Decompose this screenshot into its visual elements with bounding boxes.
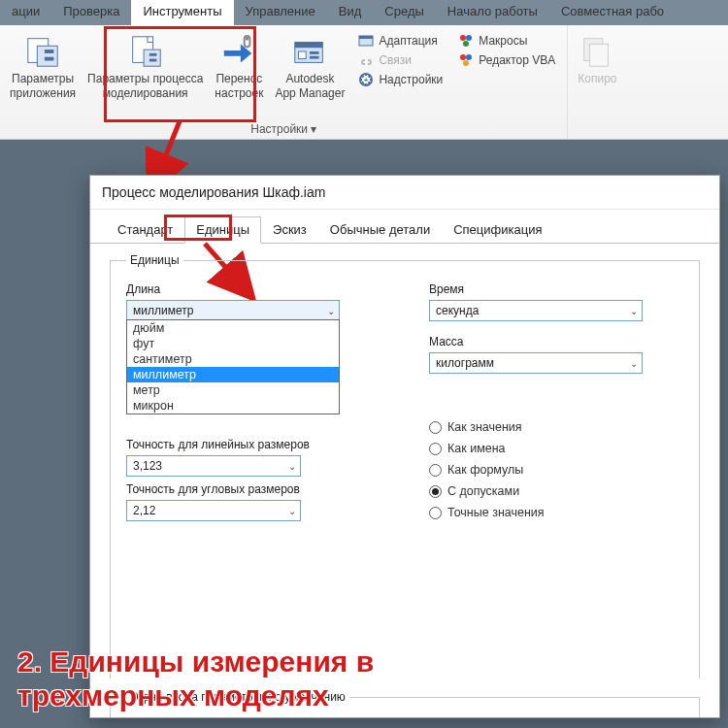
macros-button[interactable]: Макросы bbox=[452, 31, 561, 50]
radio-label: Как значения bbox=[447, 420, 522, 434]
chevron-down-icon: ⌄ bbox=[630, 306, 638, 316]
app-params-button[interactable]: Параметры приложения bbox=[4, 29, 82, 105]
chevron-down-icon: ⌄ bbox=[630, 358, 638, 369]
svg-rect-14 bbox=[299, 51, 307, 59]
vba-icon bbox=[458, 52, 474, 68]
adapt-button[interactable]: Адаптация bbox=[352, 31, 448, 50]
addins-label: Надстройки bbox=[379, 73, 443, 86]
group-label-text: Настройки bbox=[250, 122, 308, 136]
svg-point-22 bbox=[466, 35, 472, 41]
svg-point-11 bbox=[246, 37, 249, 41]
radio-icon bbox=[429, 507, 442, 519]
migrate-l1: Перенос bbox=[215, 72, 262, 86]
svg-rect-7 bbox=[149, 59, 157, 62]
svg-point-23 bbox=[463, 41, 469, 47]
process-params-l1: Параметры процесса bbox=[87, 72, 203, 86]
dlg-tab-spec[interactable]: Спецификация bbox=[442, 216, 553, 244]
chevron-down-icon: ⌄ bbox=[288, 461, 296, 472]
dlg-tab-standard[interactable]: Стандарт bbox=[106, 216, 184, 244]
tab-collab[interactable]: Совместная рабо bbox=[549, 0, 676, 25]
macros-icon bbox=[458, 33, 474, 49]
menu-tabs: ации Проверка Инструменты Управление Вид… bbox=[0, 0, 728, 25]
length-option[interactable]: миллиметр bbox=[127, 367, 339, 382]
radio-label: С допусками bbox=[447, 484, 519, 498]
svg-point-25 bbox=[466, 54, 472, 60]
process-params-button[interactable]: Параметры процесса моделирования bbox=[82, 29, 209, 105]
lin-prec-combo[interactable]: 3,123 ⌄ bbox=[126, 455, 301, 477]
migrate-button[interactable]: Перенос настроек bbox=[209, 29, 269, 105]
tab-start[interactable]: Начало работы bbox=[436, 0, 549, 25]
links-button[interactable]: Связи bbox=[352, 50, 448, 70]
lin-prec-label: Точность для линейных размеров bbox=[126, 438, 381, 451]
ribbon: Параметры приложения Параметры процесса … bbox=[0, 25, 728, 140]
dialog-title: Процесс моделирования Шкаф.iam bbox=[90, 176, 719, 210]
radio-icon bbox=[429, 464, 442, 477]
tab-cut[interactable]: ации bbox=[0, 0, 51, 25]
appmgr-button[interactable]: Autodesk App Manager bbox=[269, 29, 350, 105]
appmgr-l1: Autodesk bbox=[285, 72, 334, 86]
dlg-tab-units[interactable]: Единицы bbox=[184, 216, 261, 244]
svg-rect-1 bbox=[37, 46, 57, 66]
tab-env[interactable]: Среды bbox=[373, 0, 436, 25]
caption: 2. Единицы измерения в трехмерных моделя… bbox=[17, 645, 374, 712]
mass-value: килограмм bbox=[436, 356, 494, 370]
links-icon bbox=[358, 52, 374, 68]
length-option[interactable]: фут bbox=[127, 336, 339, 351]
svg-point-21 bbox=[460, 35, 466, 41]
radio-tolerances[interactable]: С допусками bbox=[429, 484, 683, 498]
adapt-icon bbox=[358, 33, 374, 49]
group-label[interactable]: Настройки ▾ bbox=[250, 120, 316, 139]
svg-point-26 bbox=[463, 60, 469, 66]
vba-label: Редактор VBA bbox=[479, 53, 555, 67]
appmgr-l2: App Manager bbox=[275, 86, 345, 101]
radio-formulas[interactable]: Как формулы bbox=[429, 463, 683, 477]
svg-text:+: + bbox=[364, 77, 368, 83]
ang-prec-label: Точность для угловых размеров bbox=[126, 482, 381, 496]
units-fieldset: Единицы Длина миллиметр ⌄ дюймфутсантиме… bbox=[110, 253, 700, 678]
chevron-down-icon: ⌄ bbox=[288, 506, 296, 516]
app-params-l1: Параметры bbox=[12, 72, 74, 86]
length-combo[interactable]: миллиметр ⌄ bbox=[126, 300, 340, 321]
lin-prec-value: 3,123 bbox=[133, 459, 162, 473]
tab-manage[interactable]: Управление bbox=[234, 0, 327, 25]
length-label: Длина bbox=[126, 282, 381, 296]
units-legend: Единицы bbox=[126, 253, 183, 267]
svg-rect-15 bbox=[310, 51, 319, 54]
dlg-tab-sketch[interactable]: Эскиз bbox=[261, 216, 318, 244]
length-option[interactable]: микрон bbox=[127, 398, 339, 414]
dlg-tab-custom[interactable]: Обычные детали bbox=[318, 216, 442, 244]
svg-rect-16 bbox=[310, 56, 319, 59]
tab-check[interactable]: Проверка bbox=[51, 0, 131, 25]
radio-icon bbox=[429, 485, 442, 498]
length-option[interactable]: дюйм bbox=[127, 320, 339, 336]
mass-combo[interactable]: килограмм ⌄ bbox=[429, 352, 643, 374]
addins-button[interactable]: + Надстройки bbox=[352, 70, 448, 89]
ang-prec-combo[interactable]: 2,12 ⌄ bbox=[126, 500, 301, 521]
process-params-icon bbox=[127, 33, 164, 70]
vba-button[interactable]: Редактор VBA bbox=[452, 50, 561, 70]
length-dropdown[interactable]: дюймфутсантиметрмиллиметрметрмикрон bbox=[126, 319, 340, 414]
appmgr-icon bbox=[291, 33, 328, 70]
mass-label: Масса bbox=[429, 335, 683, 348]
length-value: миллиметр bbox=[133, 304, 193, 317]
time-combo[interactable]: секунда ⌄ bbox=[429, 300, 643, 321]
radio-label: Как формулы bbox=[447, 463, 523, 477]
radio-values[interactable]: Как значения bbox=[429, 420, 683, 434]
addins-icon: + bbox=[358, 72, 374, 87]
tab-tools[interactable]: Инструменты bbox=[131, 0, 233, 25]
chevron-down-icon: ▾ bbox=[311, 122, 316, 136]
radio-exact[interactable]: Точные значения bbox=[429, 506, 683, 519]
length-option[interactable]: сантиметр bbox=[127, 351, 339, 367]
length-option[interactable]: метр bbox=[127, 382, 339, 398]
process-params-l2: моделирования bbox=[103, 86, 188, 101]
time-label: Время bbox=[429, 282, 683, 296]
app-params-l2: приложения bbox=[10, 86, 76, 101]
radio-icon bbox=[429, 443, 442, 455]
migrate-icon bbox=[220, 33, 257, 70]
chevron-down-icon: ⌄ bbox=[327, 306, 335, 316]
copy-button[interactable]: Копиро bbox=[572, 29, 622, 90]
svg-rect-13 bbox=[295, 43, 323, 49]
radio-names[interactable]: Как имена bbox=[429, 442, 683, 455]
caption-l1: 2. Единицы измерения в bbox=[17, 645, 374, 679]
tab-view[interactable]: Вид bbox=[327, 0, 374, 25]
